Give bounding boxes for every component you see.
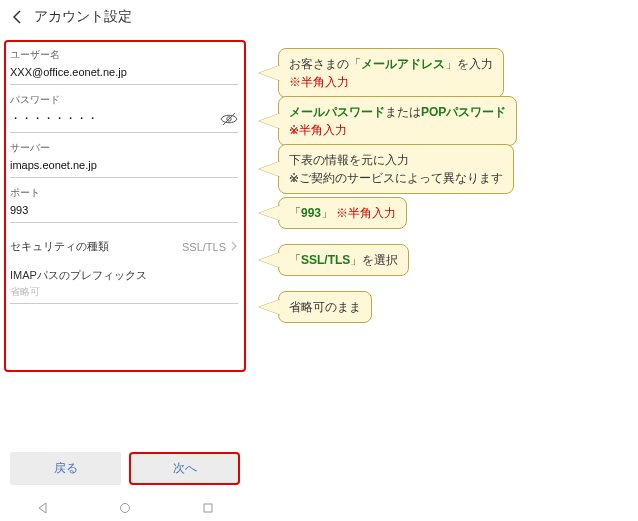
c3-t2: ※ご契約のサービスによって異なります	[289, 171, 503, 185]
security-label: セキュリティの種類	[10, 239, 109, 254]
security-value-wrap: SSL/TLS	[182, 241, 238, 253]
server-input[interactable]: imaps.eonet.ne.jp	[10, 159, 238, 178]
callout-tail-icon	[259, 65, 281, 81]
imap-prefix-label: IMAPパスのプレフィックス	[10, 262, 238, 285]
android-navbar	[0, 501, 250, 515]
c4-t4: ※半角入力	[336, 206, 396, 220]
button-bar: 戻る 次へ	[10, 452, 240, 485]
field-server: サーバー imaps.eonet.ne.jp	[10, 141, 238, 178]
password-value: ・・・・・・・・	[10, 111, 98, 126]
port-label: ポート	[10, 186, 238, 200]
c5-t1: 「	[289, 253, 301, 267]
callout-server: 下表の情報を元に入力 ※ご契約のサービスによって異なります	[278, 144, 514, 194]
password-visibility-icon[interactable]	[220, 112, 238, 126]
next-button[interactable]: 次へ	[129, 452, 240, 485]
security-value: SSL/TLS	[182, 241, 226, 253]
account-form: ユーザー名 XXX@office.eonet.ne.jp パスワード ・・・・・…	[10, 48, 238, 304]
callout-password: メールパスワードまたはPOPパスワード ※半角入力	[278, 96, 517, 146]
security-type-row[interactable]: セキュリティの種類 SSL/TLS	[10, 231, 238, 262]
callout-prefix: 省略可のまま	[278, 291, 372, 323]
c5-t2: SSL/TLS	[301, 253, 350, 267]
callout-tail-icon	[259, 113, 281, 129]
nav-recent-icon[interactable]	[201, 501, 215, 515]
svg-point-2	[120, 504, 129, 513]
c1-t4: ※半角入力	[289, 75, 349, 89]
c6-t1: 省略可のまま	[289, 300, 361, 314]
username-value: XXX@office.eonet.ne.jp	[10, 66, 127, 78]
port-input[interactable]: 993	[10, 204, 238, 223]
phone-panel: アカウント設定 ユーザー名 XXX@office.eonet.ne.jp パスワ…	[0, 0, 250, 521]
c2-t2: または	[385, 105, 421, 119]
titlebar: アカウント設定	[0, 0, 250, 34]
c1-t1: お客さまの「	[289, 57, 361, 71]
callout-tail-icon	[259, 161, 281, 177]
callout-security: 「SSL/TLS」を選択	[278, 244, 409, 276]
c1-t3: 」を入力	[445, 57, 493, 71]
c5-t3: 」を選択	[350, 253, 398, 267]
password-input[interactable]: ・・・・・・・・	[10, 111, 238, 133]
nav-back-icon[interactable]	[35, 501, 49, 515]
username-label: ユーザー名	[10, 48, 238, 62]
imap-prefix-input[interactable]: 省略可	[10, 285, 238, 304]
next-button-label: 次へ	[173, 461, 197, 475]
field-username: ユーザー名 XXX@office.eonet.ne.jp	[10, 48, 238, 85]
port-value: 993	[10, 204, 28, 216]
field-port: ポート 993	[10, 186, 238, 223]
chevron-right-icon	[230, 241, 238, 253]
c4-t1: 「	[289, 206, 301, 220]
nav-home-icon[interactable]	[118, 501, 132, 515]
next-button-highlight: 次へ	[129, 452, 240, 485]
back-arrow-icon[interactable]	[10, 9, 26, 25]
c1-t2: メールアドレス	[361, 57, 445, 71]
username-input[interactable]: XXX@office.eonet.ne.jp	[10, 66, 238, 85]
c4-t2: 993	[301, 206, 321, 220]
c3-t1: 下表の情報を元に入力	[289, 153, 409, 167]
svg-rect-3	[204, 504, 212, 512]
callout-tail-icon	[259, 205, 281, 221]
field-password: パスワード ・・・・・・・・	[10, 93, 238, 133]
imap-prefix-placeholder: 省略可	[10, 286, 40, 297]
server-label: サーバー	[10, 141, 238, 155]
password-label: パスワード	[10, 93, 238, 107]
back-button-label: 戻る	[54, 461, 78, 475]
back-button[interactable]: 戻る	[10, 452, 121, 485]
callout-tail-icon	[259, 252, 281, 268]
page-title: アカウント設定	[34, 8, 132, 26]
server-value: imaps.eonet.ne.jp	[10, 159, 97, 171]
c2-t4: ※半角入力	[289, 123, 347, 137]
callout-port: 「993」 ※半角入力	[278, 197, 407, 229]
callout-email: お客さまの「メールアドレス」を入力 ※半角入力	[278, 48, 504, 98]
c2-t3: POPパスワード	[421, 105, 506, 119]
c2-t1: メールパスワード	[289, 105, 385, 119]
callout-tail-icon	[259, 299, 281, 315]
c4-t3: 」	[321, 206, 336, 220]
